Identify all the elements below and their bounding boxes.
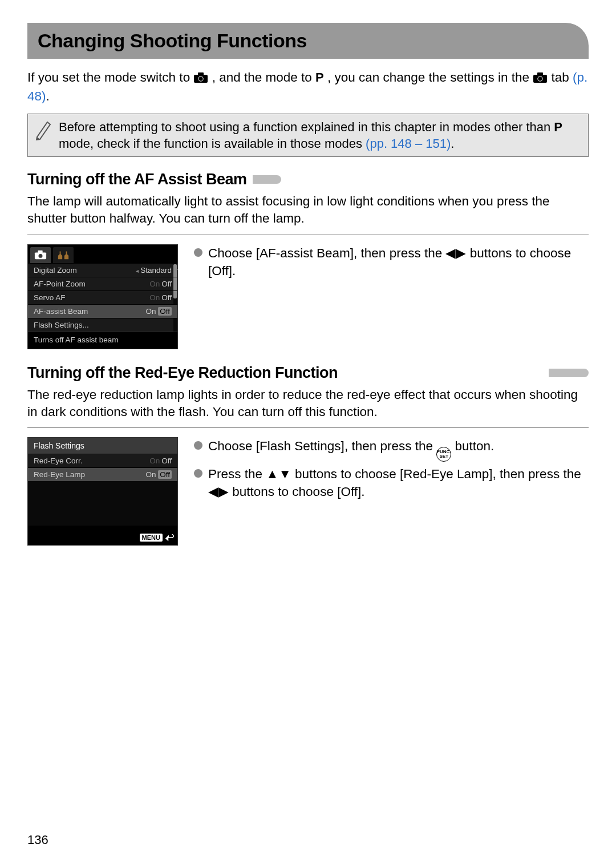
- lcd-label: Red-Eye Corr.: [34, 457, 83, 465]
- instr2a-b: button.: [455, 439, 495, 453]
- lcd2-empty-area: [28, 481, 177, 526]
- up-down-arrow-icon: ▲▼: [266, 467, 291, 481]
- section-bar-decoration: [253, 175, 281, 184]
- note-text: Before attempting to shoot using a funct…: [59, 119, 581, 152]
- lcd-label: Red-Eye Lamp: [34, 470, 85, 479]
- note-b: mode, check if the function is available…: [59, 136, 366, 151]
- intro-paragraph: If you set the mode switch to , and the …: [27, 69, 589, 106]
- left-right-arrow-icon: ◀▶: [208, 485, 229, 499]
- svg-rect-7: [38, 250, 42, 253]
- lcd-row-af-assist-beam: AF-assist Beam On Off: [28, 304, 177, 318]
- pencil-icon: [35, 119, 59, 152]
- bullet-dot-icon: [194, 441, 202, 450]
- svg-point-5: [538, 76, 542, 81]
- section-title: Turning off the AF Assist Beam: [27, 171, 247, 188]
- lcd-row-digital-zoom: Digital Zoom ◂ Standard▸: [28, 263, 177, 277]
- divider: [27, 235, 589, 235]
- instruction-text: Choose [AF-assist Beam], then press the …: [208, 244, 589, 280]
- lcd-row-flash-settings: Flash Settings...: [28, 318, 177, 332]
- section2-body: The red-eye reduction lamp lights in ord…: [27, 386, 589, 421]
- instr1-a: Choose [AF-assist Beam], then press the: [208, 246, 445, 260]
- page-title: Changing Shooting Functions: [27, 23, 589, 59]
- lcd-row-red-eye-lamp: Red-Eye Lamp On Off: [28, 467, 177, 481]
- section-title: Turning off the Red-Eye Reduction Functi…: [27, 364, 338, 382]
- instruction-col: Choose [Flash Settings], then press the …: [194, 437, 589, 504]
- camera-lcd-af-assist: Digital Zoom ◂ Standard▸ AF-Point Zoom O…: [27, 244, 178, 349]
- svg-rect-4: [537, 72, 543, 76]
- lcd-value: On Off: [145, 470, 172, 479]
- lcd-row-af-point-zoom: AF-Point Zoom OnOff: [28, 277, 177, 290]
- lcd-label: Flash Settings...: [34, 321, 89, 329]
- intro-text-b: , and the mode to: [212, 70, 315, 84]
- camera-icon: [193, 71, 208, 88]
- lcd-row-servo-af: Servo AF OnOff: [28, 290, 177, 304]
- instr2b-b: buttons to choose [Red-Eye Lamp], then p…: [295, 467, 581, 481]
- instruction-text: Press the ▲▼ buttons to choose [Red-Eye …: [208, 465, 589, 501]
- lcd2-list: Red-Eye Corr. OnOff Red-Eye Lamp On Off: [28, 454, 177, 481]
- return-icon: [165, 534, 174, 542]
- intro-text-c: , you can change the settings in the: [327, 70, 533, 84]
- menu-button-label: MENU: [140, 534, 163, 542]
- lcd-tab-tools: [53, 247, 74, 263]
- section-heading-red-eye: Turning off the Red-Eye Reduction Functi…: [27, 364, 589, 382]
- lcd-tabs: [28, 245, 177, 263]
- instr2b-c: buttons to choose [Off].: [232, 485, 364, 499]
- lcd-value: ◂ Standard▸: [136, 266, 172, 274]
- p-mode-icon: P: [315, 70, 324, 84]
- lcd-value: On Off: [145, 307, 172, 316]
- red-eye-row: Flash Settings Red-Eye Corr. OnOff Red-E…: [27, 437, 589, 546]
- camera-lcd-flash-settings: Flash Settings Red-Eye Corr. OnOff Red-E…: [27, 437, 178, 546]
- note-a: Before attempting to shoot using a funct…: [59, 120, 554, 134]
- instr2b-a: Press the: [208, 467, 266, 481]
- section-heading-af-assist: Turning off the AF Assist Beam: [27, 171, 589, 188]
- lcd2-menu-return: MENU: [140, 534, 174, 542]
- lcd-label: AF-assist Beam: [34, 307, 88, 316]
- instruction-col: Choose [AF-assist Beam], then press the …: [194, 244, 589, 284]
- lcd-tab-shoot: [30, 247, 51, 263]
- lcd-menu-list: Digital Zoom ◂ Standard▸ AF-Point Zoom O…: [28, 263, 177, 332]
- bullet-dot-icon: [194, 248, 202, 257]
- lcd-status-text: Turns off AF assist beam: [28, 332, 177, 349]
- func-set-icon: FUNC.SET: [436, 447, 451, 462]
- svg-rect-1: [198, 72, 204, 76]
- note-box: Before attempting to shoot using a funct…: [27, 114, 589, 157]
- instr2a-a: Choose [Flash Settings], then press the: [208, 439, 436, 453]
- lcd-label: Digital Zoom: [34, 266, 77, 274]
- p-mode-icon: P: [554, 120, 562, 134]
- tools-icon: [57, 250, 70, 260]
- svg-point-8: [39, 253, 43, 257]
- af-assist-row: Digital Zoom ◂ Standard▸ AF-Point Zoom O…: [27, 244, 589, 349]
- note-period: .: [451, 136, 454, 151]
- intro-text-d: tab: [552, 70, 573, 84]
- lcd-value: OnOff: [149, 280, 172, 288]
- lcd-row-red-eye-corr: Red-Eye Corr. OnOff: [28, 454, 177, 467]
- bullet-dot-icon: [194, 469, 202, 478]
- page-range-link[interactable]: (pp. 148 – 151): [366, 136, 451, 151]
- lcd-value: OnOff: [149, 457, 172, 465]
- svg-point-2: [198, 76, 203, 81]
- bullet-item: Press the ▲▼ buttons to choose [Red-Eye …: [194, 465, 589, 501]
- section-bar-decoration: [549, 369, 589, 377]
- section1-body: The lamp will automatically light to ass…: [27, 193, 589, 228]
- bullet-item: Choose [AF-assist Beam], then press the …: [194, 244, 589, 280]
- divider: [27, 427, 589, 428]
- page-number: 136: [27, 833, 48, 847]
- bullet-item: Choose [Flash Settings], then press the …: [194, 437, 589, 461]
- left-right-arrow-icon: ◀▶: [445, 246, 466, 260]
- camera-icon: [34, 250, 47, 260]
- lcd-label: Servo AF: [34, 293, 66, 302]
- lcd-value: OnOff: [149, 293, 172, 302]
- intro-text-a: If you set the mode switch to: [27, 70, 193, 84]
- intro-period: .: [46, 89, 50, 103]
- instruction-text: Choose [Flash Settings], then press the …: [208, 437, 494, 461]
- lcd2-title: Flash Settings: [28, 438, 177, 454]
- lcd-label: AF-Point Zoom: [34, 280, 86, 288]
- camera-tab-icon: [533, 71, 548, 88]
